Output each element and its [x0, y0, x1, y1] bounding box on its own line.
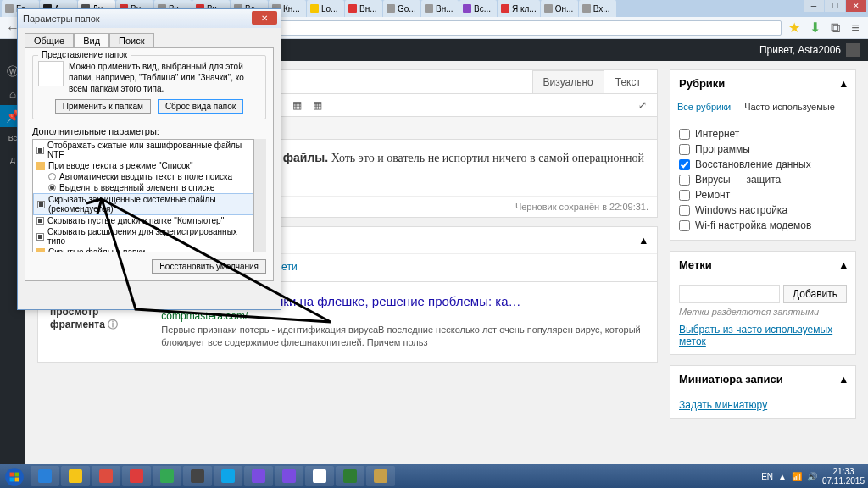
- panel-toggle-icon[interactable]: ▴: [841, 258, 847, 271]
- avatar[interactable]: [846, 43, 860, 57]
- reset-folders-button[interactable]: Сброс вида папок: [158, 99, 243, 114]
- tree-item[interactable]: Скрывать пустые диски в папке "Компьютер…: [33, 215, 253, 226]
- extension-icon[interactable]: ⧉: [827, 20, 843, 36]
- wp-greeting[interactable]: Привет, Asta2006: [760, 44, 841, 56]
- category-item[interactable]: Ремонт: [679, 187, 847, 202]
- checkbox-icon[interactable]: [36, 217, 44, 225]
- category-item[interactable]: Интернет: [679, 126, 847, 141]
- star-icon[interactable]: ★: [787, 20, 802, 36]
- taskbar-icon[interactable]: [31, 466, 59, 486]
- browser-tab[interactable]: Вх...: [579, 0, 616, 17]
- taskbar-icon[interactable]: [214, 466, 242, 486]
- panel-toggle-icon[interactable]: ▴: [841, 373, 847, 385]
- category-checkbox[interactable]: [679, 175, 690, 186]
- category-item[interactable]: Wi-fi настройка модемов: [679, 218, 847, 233]
- more-icon[interactable]: ▦: [289, 97, 304, 113]
- taskbar-time[interactable]: 21:33: [822, 467, 865, 476]
- browser-tab[interactable]: Вн...: [421, 0, 459, 17]
- category-checkbox[interactable]: [679, 190, 690, 201]
- tab-visual[interactable]: Визуально: [532, 70, 604, 93]
- taskbar-icon[interactable]: [153, 466, 181, 486]
- browser-tab[interactable]: Lo...: [307, 0, 344, 17]
- tree-item[interactable]: Автоматически вводить текст в поле поиск…: [33, 171, 253, 182]
- taskbar-icon[interactable]: [305, 466, 334, 486]
- folder-icon: [38, 61, 64, 86]
- category-item[interactable]: Восстановление данных: [679, 157, 847, 172]
- help-icon[interactable]: ⓘ: [108, 319, 118, 330]
- metabox-toggle-icon[interactable]: ▴: [641, 234, 647, 247]
- taskbar-icon[interactable]: [183, 466, 212, 486]
- browser-tab[interactable]: Он...: [541, 0, 578, 17]
- taskbar-icon[interactable]: [244, 466, 273, 486]
- checkbox-icon[interactable]: [36, 147, 44, 154]
- dialog-tab-search[interactable]: Поиск: [109, 33, 153, 47]
- maximize-button[interactable]: ☐: [825, 0, 845, 12]
- category-checkbox[interactable]: [679, 144, 690, 155]
- category-checkbox[interactable]: [679, 205, 690, 216]
- category-checkbox[interactable]: [679, 159, 690, 170]
- snippet-desc[interactable]: Первые признаки потерь - идентификация в…: [161, 324, 645, 350]
- tree-item[interactable]: При вводе текста в режиме "Список": [33, 160, 253, 171]
- tree-item[interactable]: Скрывать расширения для зарегистрированн…: [33, 226, 253, 247]
- language-indicator[interactable]: EN: [761, 472, 773, 481]
- dialog-titlebar[interactable]: Параметры папок ✕: [18, 9, 281, 28]
- tray-icon[interactable]: ▲: [778, 472, 787, 481]
- tree-item[interactable]: Отображать сжатые или зашифрованные файл…: [33, 140, 253, 160]
- scrollbar[interactable]: [254, 139, 266, 252]
- window-controls: ─ ☐ ✕: [804, 0, 866, 17]
- taskbar-icon[interactable]: [366, 466, 395, 486]
- menu-icon[interactable]: ≡: [848, 20, 863, 36]
- categories-tab-used[interactable]: Часто используемые: [737, 97, 842, 119]
- svg-rect-1: [10, 473, 14, 477]
- svg-rect-3: [10, 478, 14, 482]
- restore-defaults-button[interactable]: Восстановить умолчания: [152, 259, 266, 274]
- toolbar-toggle-icon[interactable]: ▦: [309, 97, 325, 113]
- tree-item[interactable]: Скрывать защищенные системные файлы (рек…: [33, 193, 253, 215]
- taskbar-icon[interactable]: [275, 466, 303, 486]
- radio-icon[interactable]: [48, 184, 56, 191]
- tag-input[interactable]: [679, 285, 780, 303]
- panel-toggle-icon[interactable]: ▴: [841, 77, 847, 90]
- pick-tags-link[interactable]: Выбрать из часто используемых меток: [679, 324, 832, 347]
- add-tag-button[interactable]: Добавить: [783, 285, 847, 303]
- categories-tab-all[interactable]: Все рубрики: [670, 97, 737, 119]
- browser-tab[interactable]: Вс...: [459, 0, 497, 17]
- taskbar: EN ▲ 📶 🔊 21:33 07.11.2015: [0, 464, 868, 488]
- checkbox-icon[interactable]: [36, 233, 44, 241]
- minimize-button[interactable]: ─: [804, 0, 824, 12]
- taskbar-icon[interactable]: [122, 466, 151, 486]
- apply-to-folders-button[interactable]: Применить к папкам: [55, 99, 151, 114]
- close-button[interactable]: ✕: [846, 0, 866, 12]
- taskbar-icon[interactable]: [336, 466, 364, 486]
- advanced-tree[interactable]: Отображать сжатые или зашифрованные файл…: [32, 139, 254, 252]
- category-checkbox[interactable]: [679, 129, 690, 140]
- download-icon[interactable]: ⬇: [807, 20, 822, 36]
- radio-icon[interactable]: [48, 173, 56, 180]
- browser-tab[interactable]: Я кл...: [498, 0, 540, 17]
- dialog-tab-view[interactable]: Вид: [74, 33, 109, 47]
- taskbar-icon[interactable]: [92, 466, 120, 486]
- panel-title: Миниатюра записи: [679, 373, 783, 385]
- category-checkbox[interactable]: [679, 220, 690, 231]
- set-thumbnail-link[interactable]: Задать миниатюру: [679, 399, 767, 411]
- start-button[interactable]: [3, 466, 29, 486]
- browser-tab[interactable]: Go...: [383, 0, 420, 17]
- dialog-tab-general[interactable]: Общие: [25, 33, 74, 47]
- category-item[interactable]: Программы: [679, 141, 847, 157]
- tab-text[interactable]: Текст: [604, 70, 652, 93]
- taskbar-date[interactable]: 07.11.2015: [822, 476, 865, 485]
- checkbox-icon[interactable]: [37, 201, 45, 208]
- tree-item[interactable]: Скрытые файлы и папки: [33, 247, 253, 252]
- volume-icon[interactable]: 🔊: [807, 472, 817, 481]
- browser-tab[interactable]: Вн...: [345, 0, 382, 17]
- panel-title: Метки: [679, 258, 712, 271]
- fullscreen-icon[interactable]: ⤢: [635, 97, 650, 113]
- taskbar-icon[interactable]: [61, 466, 90, 486]
- tree-item[interactable]: Выделять введенный элемент в списке: [33, 182, 253, 193]
- svg-rect-2: [15, 473, 19, 477]
- network-icon[interactable]: 📶: [792, 472, 802, 481]
- dialog-close-button[interactable]: ✕: [252, 11, 277, 25]
- category-item[interactable]: Windows настройка: [679, 202, 847, 218]
- category-item[interactable]: Вирусы — защита: [679, 172, 847, 187]
- snippet-url[interactable]: compmastera.com/: [161, 310, 645, 322]
